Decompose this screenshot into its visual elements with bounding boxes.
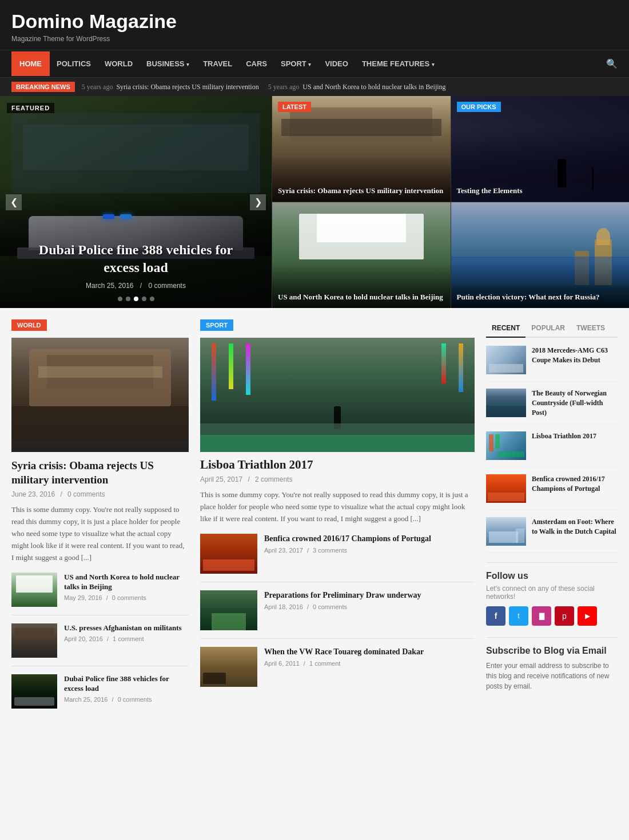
hero-caption: Dubai Police fine 388 vehicles for exces…	[0, 241, 272, 277]
tab-popular[interactable]: POPULAR	[526, 319, 571, 337]
small-article-3[interactable]: Dubai Police fine 388 vehicles for exces…	[11, 674, 189, 709]
latest-caption: Syria crisis: Obama rejects US military …	[278, 186, 445, 196]
social-icons: f t ▇ p ▶	[486, 606, 618, 626]
hero-section: FEATURED ❮ ❯ Dubai Police fine 388 vehic…	[0, 96, 629, 308]
small-article-1-image	[11, 573, 57, 607]
small-article-3-content: Dubai Police fine 388 vehicles for exces…	[64, 674, 189, 709]
nav-home[interactable]: HOME	[11, 51, 50, 76]
medium-article-1-title: Benfica crowned 2016/17 Champions of Por…	[264, 534, 475, 544]
medium-article-3-image	[200, 647, 257, 687]
subscribe-title: Subscribe to Blog via Email	[486, 646, 618, 656]
sidebar-item-1[interactable]: 2018 Mercedes-AMG C63 Coupe Makes its De…	[486, 346, 618, 382]
breaking-item-1[interactable]: 5 years ago Syria crisis: Obama rejects …	[82, 83, 259, 91]
medium-article-2-title: Preparations for Preliminary Draw underw…	[264, 590, 475, 601]
sidebar-item-1-title: 2018 Mercedes-AMG C63 Coupe Makes its De…	[532, 346, 618, 374]
hero-prev-btn[interactable]: ❮	[6, 194, 22, 210]
dot-5[interactable]	[150, 297, 154, 301]
sidebar-item-2-title: The Beauty of Norwegian Countryside (Ful…	[532, 389, 618, 417]
follow-desc: Let's connect on any of these social net…	[486, 585, 618, 601]
youtube-icon[interactable]: ▶	[578, 606, 597, 626]
pinterest-icon[interactable]: p	[555, 606, 574, 626]
our-picks-caption: Testing the Elements	[457, 186, 624, 196]
medium-article-2-meta: April 18, 2016 / 0 comments	[264, 603, 475, 610]
nav-sport[interactable]: SPORT ▾	[274, 51, 318, 76]
dot-3[interactable]	[134, 297, 138, 301]
small-article-3-meta: March 25, 2016 / 0 comments	[64, 696, 189, 703]
sport-main-title: Lisboa Triathlon 2017	[200, 458, 475, 472]
site-header: Domino Magazine Magazine Theme for WordP…	[0, 0, 629, 50]
dot-1[interactable]	[118, 297, 122, 301]
sidebar-item-3[interactable]: Lisboa Triathlon 2017	[486, 431, 618, 467]
medium-article-2-image	[200, 590, 257, 630]
site-title: Domino Magazine	[11, 10, 618, 33]
medium-article-2[interactable]: Preparations for Preliminary Draw underw…	[200, 590, 475, 639]
small-article-2-content: U.S. presses Afghanistan on militants Ap…	[64, 623, 182, 658]
small-article-2[interactable]: U.S. presses Afghanistan on militants Ap…	[11, 623, 189, 666]
sidebar-tabs: RECENT POPULAR TWEETS	[486, 319, 618, 338]
nav-business[interactable]: BUSINESS ▾	[140, 51, 196, 76]
nav-theme-features[interactable]: THEME FEATURES ▾	[355, 51, 441, 76]
twitter-icon[interactable]: t	[509, 606, 528, 626]
world-main-excerpt: This is some dummy copy. You're not real…	[11, 504, 189, 563]
breaking-news-bar: BREAKING NEWS 5 years ago Syria crisis: …	[0, 77, 629, 96]
hero-latest-panel[interactable]: LATEST Syria crisis: Obama rejects US mi…	[272, 96, 451, 202]
tab-recent[interactable]: RECENT	[486, 319, 526, 338]
hero-meta: March 25, 2016 / 0 comments	[0, 282, 272, 290]
world-main-title: Syria crisis: Obama rejects US military …	[11, 459, 189, 487]
sport-main-meta: April 25, 2017 / 2 comments	[200, 475, 475, 483]
medium-article-2-content: Preparations for Preliminary Draw underw…	[264, 590, 475, 630]
search-icon[interactable]: 🔍	[606, 50, 618, 77]
subscribe-section: Subscribe to Blog via Email Enter your e…	[486, 637, 618, 691]
sidebar-item-5-image	[486, 517, 526, 546]
hero-korea-panel[interactable]: US and North Korea to hold nuclear talks…	[272, 202, 451, 308]
follow-section: Follow us Let's connect on any of these …	[486, 562, 618, 626]
sidebar-item-5[interactable]: Amsterdam on Foot: Where to Walk in the …	[486, 517, 618, 553]
world-column: WORLD Syria crisis: Obama rejects US mil…	[11, 319, 189, 717]
sport-main-excerpt: This is some dummy copy. You're not real…	[200, 489, 475, 525]
breaking-news-label: BREAKING NEWS	[11, 82, 75, 92]
sidebar-item-3-image	[486, 431, 526, 460]
world-main-date: June 23, 2016	[11, 490, 55, 498]
hero-next-btn[interactable]: ❯	[250, 194, 266, 210]
dot-4[interactable]	[142, 297, 146, 301]
world-main-article[interactable]: Syria crisis: Obama rejects US military …	[11, 338, 189, 563]
featured-comments: 0 comments	[149, 282, 186, 290]
small-article-2-title: U.S. presses Afghanistan on militants	[64, 623, 182, 633]
main-content: WORLD Syria crisis: Obama rejects US mil…	[0, 308, 629, 728]
small-article-3-image	[11, 674, 57, 709]
our-picks-badge: OUR PICKS	[457, 102, 501, 112]
small-article-1[interactable]: US and North Korea to hold nuclear talks…	[11, 573, 189, 615]
sidebar-item-4-title: Benfica crowned 2016/17 Champions of Por…	[532, 474, 618, 503]
sidebar-item-4[interactable]: Benfica crowned 2016/17 Champions of Por…	[486, 474, 618, 510]
breaking-item-2[interactable]: 5 years ago US and North Korea to hold n…	[268, 83, 446, 91]
medium-article-3[interactable]: When the VW Race Touareg dominated Dakar…	[200, 647, 475, 687]
hero-our-picks-panel[interactable]: OUR PICKS Testing the Elements	[451, 96, 630, 202]
nav-video[interactable]: VIDEO	[318, 51, 355, 76]
dot-2[interactable]	[126, 297, 130, 301]
sidebar-item-2-image	[486, 389, 526, 417]
nav-cars[interactable]: CARS	[239, 51, 274, 76]
follow-title: Follow us	[486, 571, 618, 581]
facebook-icon[interactable]: f	[486, 606, 505, 626]
sidebar-item-3-title: Lisboa Triathlon 2017	[532, 431, 596, 460]
nav-world[interactable]: WORLD	[98, 51, 140, 76]
small-article-1-meta: May 29, 2016 / 0 comments	[64, 594, 189, 601]
nav-travel[interactable]: TRAVEL	[196, 51, 239, 76]
main-nav: HOME POLITICS WORLD BUSINESS ▾ TRAVEL CA…	[0, 50, 629, 77]
hero-putin-panel[interactable]: Putin election victory: What next for Ru…	[451, 202, 630, 308]
world-main-image	[11, 338, 189, 452]
sidebar-item-2[interactable]: The Beauty of Norwegian Countryside (Ful…	[486, 389, 618, 425]
sport-main-image	[200, 338, 475, 452]
tab-tweets[interactable]: TWEETS	[571, 319, 611, 337]
medium-article-1-meta: April 23, 2017 / 3 comments	[264, 547, 475, 554]
sidebar-item-5-title: Amsterdam on Foot: Where to Walk in the …	[532, 517, 618, 546]
featured-date: March 25, 2016	[86, 282, 133, 290]
instagram-icon[interactable]: ▇	[532, 606, 551, 626]
sport-main-article[interactable]: Lisboa Triathlon 2017 April 25, 2017 / 2…	[200, 338, 475, 525]
featured-badge: FEATURED	[7, 103, 54, 113]
medium-article-3-meta: April 6, 2011 / 1 comment	[264, 660, 475, 667]
world-main-comments: 0 comments	[67, 490, 105, 498]
medium-article-1[interactable]: Benfica crowned 2016/17 Champions of Por…	[200, 534, 475, 582]
nav-politics[interactable]: POLITICS	[50, 51, 98, 76]
sidebar-item-1-image	[486, 346, 526, 374]
